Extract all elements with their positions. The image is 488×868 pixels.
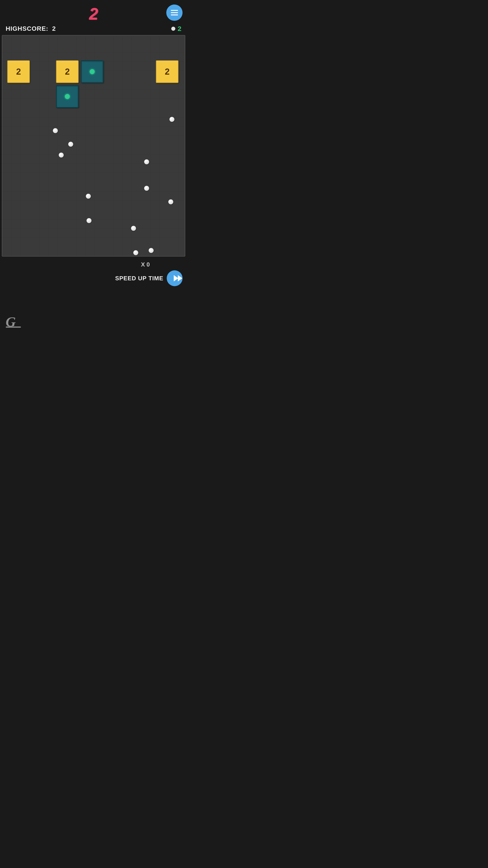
menu-button[interactable] <box>166 4 183 21</box>
x-counter: X 0 <box>4 261 183 268</box>
menu-line-1 <box>171 10 178 11</box>
speed-up-label: SPEED UP TIME <box>115 275 163 282</box>
ball-1 <box>53 128 58 133</box>
game-area: 2 2 2 <box>2 35 185 256</box>
ball-counter: 2 <box>171 25 182 33</box>
ball-5 <box>144 159 149 164</box>
block-yellow-3[interactable]: 2 <box>156 60 178 83</box>
ball-11 <box>149 248 154 253</box>
current-score: 2 <box>89 4 98 23</box>
teal-dot-2 <box>65 94 70 99</box>
menu-line-3 <box>171 14 178 16</box>
block-teal-1[interactable] <box>81 60 103 83</box>
ball-4 <box>169 117 174 122</box>
ball-8 <box>168 199 173 204</box>
ball-9 <box>87 218 92 223</box>
ball-2 <box>68 142 73 147</box>
logo: G <box>4 312 23 328</box>
ball-7 <box>144 186 149 191</box>
speed-up-row: SPEED UP TIME <box>4 270 183 286</box>
ball-12 <box>133 250 138 255</box>
ball-count-number: 2 <box>177 25 182 33</box>
logo-svg: G <box>4 312 23 328</box>
svg-text:G: G <box>6 314 16 328</box>
block-teal-2[interactable] <box>56 85 78 108</box>
ball-10 <box>131 226 136 231</box>
ball-count-dot <box>171 27 175 31</box>
teal-dot-1 <box>90 69 95 74</box>
bottom-area: X 0 SPEED UP TIME <box>0 259 187 288</box>
menu-line-2 <box>171 12 178 13</box>
highscore-label: HIGHSCORE: 2 <box>6 25 56 32</box>
highscore-bar: HIGHSCORE: 2 2 <box>0 25 187 33</box>
ball-3 <box>59 153 64 158</box>
block-yellow-1[interactable]: 2 <box>7 60 30 83</box>
highscore-value: 2 <box>52 25 56 32</box>
ball-6 <box>86 194 91 199</box>
speed-up-button[interactable] <box>167 270 183 286</box>
block-yellow-2[interactable]: 2 <box>56 60 78 83</box>
